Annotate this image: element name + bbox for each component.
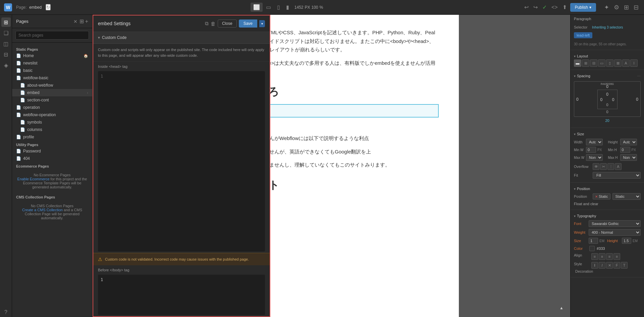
height-font-input[interactable] — [622, 238, 631, 244]
display-inline-button[interactable]: ▯ — [606, 59, 613, 67]
page-item-columns[interactable]: 📄 columns — [12, 126, 92, 133]
padding-left-value[interactable]: 0 — [600, 97, 603, 102]
layers-icon-btn[interactable]: ⊞ — [623, 2, 630, 12]
width-select[interactable]: Auto — [586, 139, 603, 145]
min-w-input[interactable] — [586, 147, 596, 153]
position-section-header[interactable]: ▾ Position — [571, 185, 644, 192]
pages-icon[interactable]: ⊞ — [1, 17, 11, 27]
modal-copy-button[interactable]: ⧉ — [205, 20, 209, 27]
display-i-button[interactable]: I — [630, 59, 638, 67]
add-page-button[interactable]: + — [85, 18, 88, 25]
spacing-section-header[interactable]: ▾ Spacing ⋯ — [571, 73, 644, 79]
search-input[interactable] — [15, 31, 89, 40]
display-inline-block-button[interactable]: ▭ — [598, 59, 605, 67]
page-item-profile[interactable]: 📄 profile — [12, 133, 92, 141]
max-w-select[interactable]: None — [586, 154, 603, 161]
align-justify-button[interactable]: ≡ — [613, 253, 620, 260]
min-h-input[interactable] — [620, 147, 630, 153]
padding-right-value[interactable]: 0 — [612, 97, 614, 102]
italic-button[interactable]: I — [599, 262, 605, 269]
layout-section-header[interactable]: ▾ Layout — [571, 53, 644, 59]
pages-panel-close-button[interactable]: ✕ — [73, 19, 77, 24]
mobile-view-button[interactable]: ▮ — [283, 3, 292, 12]
overflow-scroll-button[interactable]: ⋮ — [607, 163, 614, 170]
selector-badge[interactable]: lead-left — [574, 32, 592, 38]
strikethrough-button[interactable]: ✕ — [606, 262, 613, 269]
desktop-view-button[interactable]: ⬜ — [251, 3, 263, 12]
help-icon[interactable]: ? — [1, 308, 11, 317]
align-left-button[interactable]: ≡ — [591, 253, 598, 260]
undo-button[interactable]: ↩ — [523, 3, 530, 12]
publish-button[interactable]: Publish ▾ — [570, 3, 596, 12]
reload-button[interactable]: ↻ — [46, 4, 51, 10]
page-item-webflow-basic[interactable]: 📄 webflow-basic — [12, 74, 92, 82]
size-section-header[interactable]: ▾ Size — [571, 131, 644, 137]
mobile-landscape-view-button[interactable]: ▯ — [274, 3, 283, 12]
modal-save-dropdown[interactable]: ▾ — [259, 20, 265, 27]
modal-save-button[interactable]: Save — [239, 19, 257, 28]
align-center-button[interactable]: ≡ — [599, 253, 605, 260]
custom-code-section-header[interactable]: ▾ Custom Code — [93, 32, 270, 44]
fit-select[interactable]: Fill — [593, 172, 641, 179]
body-code-editor[interactable]: 1 — [98, 275, 265, 315]
margin-right-value[interactable]: 0 — [636, 97, 638, 102]
enable-ecommerce-link[interactable]: Enable Ecommerce — [17, 177, 50, 181]
page-item-section-cont[interactable]: 📄 section-cont — [12, 96, 92, 104]
page-item-404[interactable]: 📄 404 — [12, 155, 92, 162]
redo-button[interactable]: ↪ — [532, 3, 539, 12]
sync-button[interactable]: ✓ — [541, 3, 548, 12]
display-flex-button[interactable]: ⊞ — [582, 59, 589, 67]
create-cms-collection-link[interactable]: Create a CMS Collection — [22, 208, 63, 212]
tablet-view-button[interactable]: ▭ — [263, 3, 274, 12]
display-grid-button[interactable]: ⊟ — [590, 59, 597, 67]
page-item-webflow-operation[interactable]: 📄 webflow-operation — [12, 111, 92, 119]
page-item-newslist[interactable]: 📄 newslist — [12, 59, 92, 67]
color-swatch[interactable] — [589, 246, 595, 251]
typography-section-header[interactable]: ▾ Typography — [571, 213, 644, 219]
code-button[interactable]: <> — [550, 3, 559, 12]
position-select[interactable]: Static — [612, 193, 641, 200]
page-item-about-webflow[interactable]: 📄 about-webflow — [12, 82, 92, 89]
max-h-select[interactable]: None — [620, 154, 637, 161]
size-font-input[interactable] — [589, 238, 598, 244]
display-none-button[interactable]: ⊠ — [614, 59, 622, 67]
weight-select[interactable]: 400 - Normal — [589, 229, 641, 236]
font-select[interactable]: Sawarabi Gothic — [589, 220, 641, 227]
code-panel-icon-btn[interactable]: ⊟ — [632, 2, 640, 12]
page-item-embed[interactable]: 📄 embed › — [12, 89, 92, 96]
display-block-button[interactable]: ▬ — [574, 59, 581, 67]
components-icon[interactable]: ❑ — [1, 28, 11, 38]
overflow-hidden-button[interactable]: ✂ — [600, 163, 607, 170]
page-item-password[interactable]: 📄 Password — [12, 147, 92, 155]
subscript-button[interactable]: T — [621, 262, 628, 269]
padding-bottom[interactable]: 0 — [600, 102, 614, 107]
display-a-button[interactable]: A — [622, 59, 630, 67]
spacing-action-icon[interactable]: ⋯ — [637, 74, 641, 78]
cursor-icon-btn[interactable]: ✦ — [603, 2, 610, 12]
scroll-to-top-button[interactable]: ▲ — [559, 306, 564, 310]
page-item-basic[interactable]: 📄 basic — [12, 67, 92, 74]
margin-left-value[interactable]: 0 — [576, 97, 579, 102]
align-right-button[interactable]: ≡ — [606, 253, 613, 260]
settings-icon-btn[interactable]: ⚙ — [612, 2, 621, 12]
padding-top[interactable]: 0 — [600, 91, 614, 97]
page-item-operation[interactable]: 📄 operation — [12, 104, 92, 111]
height-select[interactable]: Auto — [620, 139, 637, 145]
page-item-symbols[interactable]: 📄 symbols — [12, 119, 92, 126]
superscript-button[interactable]: F — [613, 262, 620, 269]
overflow-visible-button[interactable]: 👁 — [593, 163, 599, 170]
overflow-auto-button[interactable]: A — [615, 163, 622, 170]
margin-bottom[interactable]: 0 — [576, 109, 638, 115]
page-name-section-cont: section-cont — [27, 98, 88, 102]
head-code-editor[interactable]: 1 — [98, 71, 265, 252]
page-item-home[interactable]: 📄 Home 🏠 — [12, 52, 92, 59]
modal-close-button[interactable]: Close — [218, 19, 237, 28]
position-value: Static — [599, 194, 608, 198]
assets-icon[interactable]: ◫ — [1, 39, 11, 48]
modal-delete-button[interactable]: 🗑 — [211, 21, 216, 27]
cms-icon[interactable]: ⊟ — [1, 50, 11, 59]
bold-button[interactable]: I — [591, 262, 598, 269]
add-folder-button[interactable]: ⊞ — [79, 18, 84, 25]
export-button[interactable]: ⬆ — [561, 3, 568, 12]
ecom-icon[interactable]: ◈ — [1, 60, 11, 70]
